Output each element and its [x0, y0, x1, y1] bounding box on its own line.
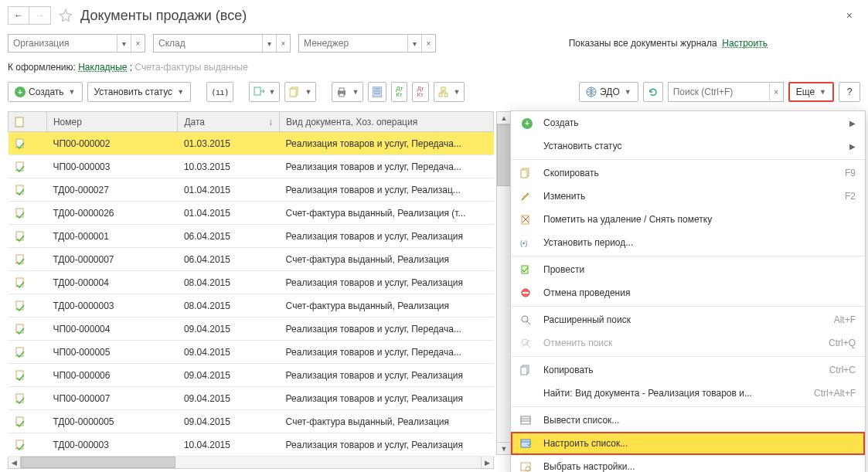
table-row[interactable]: ТД00-00000106.04.2015Реализация товаров … — [9, 225, 494, 248]
menu-item[interactable]: Отмена проведения — [511, 281, 865, 304]
close-button[interactable]: × — [839, 9, 860, 22]
scroll-down-icon[interactable]: ▼ — [497, 442, 511, 454]
menu-item-label: Изменить — [543, 191, 836, 202]
sklad-filter-input[interactable] — [154, 35, 262, 52]
edo-button[interactable]: ЭДО ▼ — [579, 82, 638, 102]
v-scrollbar[interactable]: ▲ ▼ — [496, 111, 512, 455]
menu-separator — [511, 256, 865, 256]
clear-icon[interactable]: × — [421, 35, 435, 52]
create-button[interactable]: + Создать ▼ — [8, 82, 83, 102]
more-button[interactable]: Еще ▼ — [788, 82, 834, 102]
sklad-filter[interactable]: ▾ × — [153, 34, 291, 53]
report-button[interactable] — [368, 82, 386, 102]
row-type: Реализация товаров и услуг, Передача... — [280, 132, 494, 155]
nav-forward-button[interactable]: → — [29, 6, 51, 25]
scroll-left-icon[interactable]: ◀ — [9, 457, 21, 468]
menu-item[interactable]: (•)Установить период... — [511, 231, 865, 254]
table-row[interactable]: ЧП00-00000409.04.2015Реализация товаров … — [9, 317, 494, 341]
menu-separator — [511, 356, 865, 357]
h-scrollbar[interactable]: ◀ ▶ — [8, 457, 494, 469]
table-row[interactable]: ЧП00-00000709.04.2015Реализация товаров … — [9, 387, 494, 410]
col-type[interactable]: Вид документа, Хоз. операция — [280, 112, 494, 132]
menu-item[interactable]: Пометить на удаление / Снять пометку — [511, 208, 865, 231]
col-number[interactable]: Номер — [46, 112, 177, 132]
row-date: 01.04.2015 — [178, 202, 280, 225]
menu-item[interactable]: +Создать▶ — [511, 111, 865, 134]
table-row[interactable]: ТД00-000000308.04.2015Счет-фактура выдан… — [9, 294, 494, 317]
search-box[interactable]: × — [668, 82, 784, 102]
scroll-right-icon[interactable]: ▶ — [481, 457, 493, 468]
menu-item: Отменить поискCtrl+Q — [511, 331, 865, 355]
doc-posted-icon — [15, 231, 26, 242]
dropdown-icon[interactable]: ▾ — [262, 35, 276, 52]
based-on-button[interactable]: ▼ — [249, 82, 281, 102]
filter-status-text: Показаны все документы журнала Настроить — [569, 38, 860, 49]
table-row[interactable]: ТД00-000000706.04.2015Счет-фактура выдан… — [9, 248, 494, 271]
copy-icon — [520, 168, 534, 178]
printer-icon — [336, 87, 347, 97]
nav-back-button[interactable]: ← — [8, 6, 29, 25]
clear-icon[interactable]: × — [276, 35, 290, 52]
print-button[interactable]: ▼ — [332, 82, 363, 102]
menu-item[interactable]: Найти: Вид документа - Реализация товаро… — [511, 382, 865, 405]
refresh-button[interactable] — [643, 82, 663, 102]
menu-item[interactable]: Расширенный поискAlt+F — [511, 308, 865, 331]
register-button[interactable]: ▼ — [284, 82, 316, 102]
row-num: ЧП00-000006 — [46, 364, 177, 387]
scroll-up-icon[interactable]: ▲ — [497, 112, 511, 124]
row-num: ТД00-0000026 — [46, 202, 177, 225]
menu-item[interactable]: Выбрать настройки... — [511, 455, 865, 469]
menu-hotkey: Ctrl+C — [829, 365, 856, 375]
dropdown-icon[interactable]: ▾ — [117, 35, 131, 52]
table-row[interactable]: ЧП00-00000310.03.2015Реализация товаров … — [9, 155, 494, 178]
manager-filter-input[interactable] — [299, 35, 407, 52]
dropdown-icon[interactable]: ▾ — [407, 35, 421, 52]
col-icon[interactable] — [9, 112, 47, 132]
table-row[interactable]: ТД00-000002601.04.2015Счет-фактура выдан… — [9, 202, 494, 225]
menu-item[interactable]: Вывести список... — [511, 409, 865, 432]
menu-item[interactable]: КопироватьCtrl+C — [511, 358, 865, 382]
structure-button[interactable]: ▼ — [434, 82, 465, 102]
dtkt-green-button[interactable]: ДтКт — [391, 82, 407, 102]
favorite-star-icon[interactable] — [57, 7, 74, 24]
row-icon-cell — [9, 341, 47, 364]
help-button[interactable]: ? — [839, 82, 860, 102]
configure-link[interactable]: Настроить — [722, 38, 768, 49]
menu-item[interactable]: Настроить список... — [511, 432, 865, 455]
table-row[interactable]: ЧП00-00000201.03.2015Реализация товаров … — [9, 132, 494, 155]
nakladnye-link[interactable]: Накладные — [78, 62, 127, 73]
menu-hotkey: F9 — [845, 168, 856, 178]
table-row[interactable]: ЧП00-00000609.04.2015Реализация товаров … — [9, 364, 494, 387]
row-num: ТД00-000003 — [46, 433, 177, 457]
scroll-thumb[interactable] — [497, 124, 511, 186]
col-date[interactable]: Дата↓ — [178, 112, 280, 132]
row-icon-cell — [9, 178, 47, 202]
table-row[interactable]: ТД00-000000509.04.2015Счет-фактура выдан… — [9, 410, 494, 433]
doc-posted-icon — [15, 138, 26, 149]
chevron-right-icon: ▶ — [849, 119, 856, 127]
manager-filter[interactable]: ▾ × — [298, 34, 436, 53]
pencil-icon — [520, 191, 534, 202]
table-row[interactable]: ТД00-00000310.04.2015Реализация товаров … — [9, 433, 494, 457]
menu-item[interactable]: ИзменитьF2 — [511, 185, 865, 208]
org-filter[interactable]: ▾ × — [8, 34, 145, 53]
barcode-button[interactable]: (ıı) — [206, 82, 233, 102]
doc-posted-icon — [15, 347, 26, 358]
clear-icon[interactable]: × — [131, 35, 145, 52]
menu-item[interactable]: СкопироватьF9 — [511, 161, 865, 185]
search-input[interactable] — [669, 87, 769, 97]
menu-item[interactable]: Установить статус▶ — [511, 134, 865, 158]
row-date: 09.04.2015 — [178, 410, 280, 433]
doc-posted-icon — [15, 185, 26, 195]
table-row[interactable]: ТД00-00002701.04.2015Реализация товаров … — [9, 178, 494, 202]
doc-arrow-icon — [254, 87, 264, 97]
clear-search-icon[interactable]: × — [769, 83, 783, 100]
set-status-button[interactable]: Установить статус ▼ — [87, 82, 192, 102]
dtkt-red-button[interactable]: ДтКт — [412, 82, 428, 102]
scroll-thumb[interactable] — [21, 457, 175, 468]
org-filter-input[interactable] — [9, 35, 117, 52]
table-row[interactable]: ЧП00-00000509.04.2015Реализация товаров … — [9, 341, 494, 364]
menu-item[interactable]: Провести — [511, 258, 865, 281]
table-row[interactable]: ТД00-00000408.04.2015Реализация товаров … — [9, 271, 494, 294]
row-icon-cell — [9, 202, 47, 225]
